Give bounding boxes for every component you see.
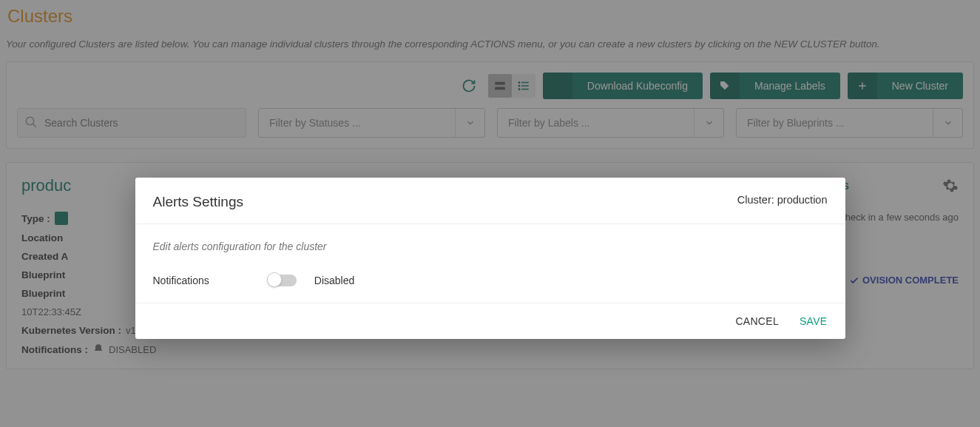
modal-title: Alerts Settings bbox=[153, 194, 244, 210]
modal-overlay[interactable]: Alerts Settings Cluster: production Edit… bbox=[0, 0, 980, 427]
modal-description: Edit alerts configuration for the cluste… bbox=[153, 241, 828, 252]
notifications-toggle[interactable] bbox=[268, 275, 297, 286]
modal-notifications-state: Disabled bbox=[314, 275, 354, 286]
save-button[interactable]: SAVE bbox=[800, 315, 828, 327]
cancel-button[interactable]: CANCEL bbox=[735, 315, 779, 327]
modal-notifications-label: Notifications bbox=[153, 275, 209, 286]
modal-cluster-label: Cluster: production bbox=[737, 194, 828, 210]
alerts-settings-modal: Alerts Settings Cluster: production Edit… bbox=[135, 178, 845, 339]
